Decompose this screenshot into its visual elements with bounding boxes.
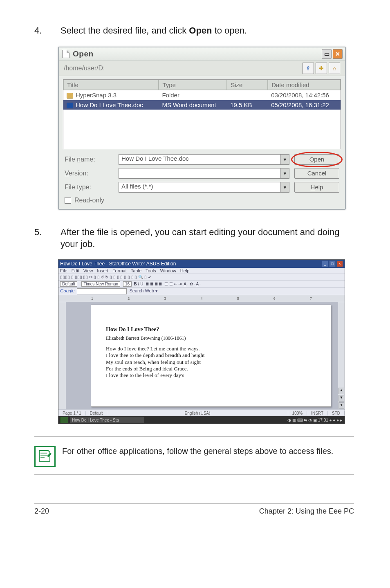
step-4: 4. Select the desired file, and click Op… <box>34 25 354 37</box>
version-label: Version: <box>65 170 114 177</box>
read-only-row: Read-only <box>59 194 345 209</box>
taskbar[interactable]: How Do I Love Thee - Sta ◑ ▦ ⌨ ⇆ ◔ ▣ 17:… <box>58 416 345 424</box>
system-tray[interactable]: ◑ ▦ ⌨ ⇆ ◔ ▣ 17:01 ● ● ● ▸ <box>285 418 345 422</box>
status-insert: INSRT <box>307 411 328 415</box>
path-row: /home/user/D: ⇪ ✚ ⌂ <box>59 61 345 76</box>
font-size-combo[interactable]: 16 <box>123 281 132 287</box>
doc-line: For the ends of Being and ideal Grace. <box>106 366 316 372</box>
dialog-titlebar: Open ▭ ✕ <box>59 47 345 61</box>
doc-line: I love thee to the level of every day's <box>106 372 316 379</box>
file-name-input[interactable]: How Do I Love Thee.doc ▼ <box>119 154 289 165</box>
file-type-input[interactable]: All files (*.*) ▼ <box>119 182 289 193</box>
footer-page-number: 2-20 <box>34 507 259 516</box>
chevron-down-icon[interactable]: ▼ <box>280 168 289 178</box>
file-name-label: File name: <box>65 156 114 163</box>
step-number: 5. <box>34 226 61 250</box>
search-web-label[interactable]: Search Web ▾ <box>129 288 157 294</box>
chevron-down-icon[interactable]: ▼ <box>280 182 289 192</box>
google-search-input[interactable] <box>77 288 127 294</box>
minimize-button[interactable]: ▭ <box>322 49 332 59</box>
file-list-header: Title Type Size Date modified <box>63 80 341 90</box>
toolbar-1[interactable]: ▯▯▯▯ ▯ ▯▯▯ ▯▯ ✂ ▯ ▯ ↺ ↻ ▯ ▯ ▯ ▯ ▯ ▯ ▯ ▯ … <box>58 274 345 281</box>
maximize-button[interactable]: □ <box>329 260 336 267</box>
doc-heading: How Do I Love Thee? <box>106 326 316 333</box>
horizontal-ruler: 1 2 3 4 5 6 7 <box>58 295 345 302</box>
google-toolbar[interactable]: Google Search Web ▾ <box>58 288 345 295</box>
menu-item[interactable]: Format <box>112 268 127 273</box>
menu-item[interactable]: Edit <box>72 268 79 273</box>
file-row[interactable]: How Do I Love Thee.doc MS Word document … <box>63 100 341 110</box>
taskbar-item[interactable]: How Do I Love Thee - Sta <box>70 417 143 423</box>
note-box: For other office applications, follow th… <box>34 442 354 475</box>
font-combo[interactable]: Times New Roman <box>81 281 120 287</box>
writer-titlebar: How Do I Love Thee - StarOffice Writer A… <box>58 260 345 268</box>
col-date[interactable]: Date modified <box>268 80 341 90</box>
document-area: How Do I Love Thee? Elizabeth Barrett Br… <box>58 302 345 409</box>
step-number: 4. <box>34 25 61 37</box>
open-button[interactable]: Open <box>294 154 339 165</box>
menu-item[interactable]: Tools <box>146 268 156 273</box>
writer-window: How Do I Love Thee - StarOffice Writer A… <box>58 259 345 424</box>
chevron-down-icon[interactable]: ▼ <box>280 155 289 164</box>
help-button[interactable]: Help <box>294 182 339 193</box>
file-type-row: File type: All files (*.*) ▼ Help <box>59 180 345 194</box>
doc-line: How do I love thee? Let me count the way… <box>106 346 316 352</box>
menu-item[interactable]: Help <box>180 268 190 273</box>
new-folder-icon[interactable]: ✚ <box>316 63 327 74</box>
folder-icon <box>67 93 73 99</box>
document-page[interactable]: How Do I Love Thee? Elizabeth Barrett Br… <box>91 305 331 407</box>
doc-line: I love thee to the depth and breadth and… <box>106 352 316 359</box>
menubar[interactable]: File Edit View Insert Format Table Tools… <box>58 268 345 274</box>
col-size[interactable]: Size <box>227 80 268 90</box>
note-icon <box>34 446 56 467</box>
status-zoom: 100% <box>288 411 307 415</box>
cancel-button[interactable]: Cancel <box>294 168 339 179</box>
up-folder-icon[interactable]: ⇪ <box>303 63 314 74</box>
note-text: For other office applications, follow th… <box>62 446 333 457</box>
read-only-checkbox[interactable] <box>65 197 71 204</box>
step-5: 5. After the file is opened, you can sta… <box>34 226 354 250</box>
menu-item[interactable]: Table <box>131 268 141 273</box>
status-style: Default <box>86 411 108 415</box>
file-row[interactable]: HyperSnap 3.3 Folder 03/20/2008, 14:42:5… <box>63 90 341 100</box>
google-logo-icon: Google <box>60 288 74 294</box>
vertical-ruler <box>58 302 66 409</box>
file-list[interactable]: Title Type Size Date modified HyperSnap … <box>63 79 341 149</box>
step-text: Select the desired file, and click Open … <box>61 25 354 37</box>
vertical-scrollbar[interactable]: ▲ ▼ ▾ <box>338 302 345 409</box>
open-dialog: Open ▭ ✕ /home/user/D: ⇪ ✚ ⌂ Title Type … <box>58 47 346 210</box>
home-icon[interactable]: ⌂ <box>329 63 340 74</box>
dialog-title: Open <box>73 49 321 58</box>
style-combo[interactable]: Default <box>60 281 77 287</box>
file-name-row: File name: How Do I Love Thee.doc ▼ Open <box>59 153 345 166</box>
file-type-label: File type: <box>65 184 114 191</box>
menu-item[interactable]: File <box>60 268 67 273</box>
menu-item[interactable]: Window <box>160 268 176 273</box>
close-button[interactable]: ✕ <box>333 49 343 59</box>
version-input[interactable]: ▼ <box>119 168 289 179</box>
document-icon <box>62 50 69 58</box>
doc-author: Elizabeth Barrett Browning (1806-1861) <box>106 335 316 341</box>
status-std: STD <box>328 411 345 415</box>
path-text: /home/user/D: <box>64 65 301 72</box>
minimize-button[interactable]: _ <box>322 260 328 267</box>
page-footer: 2-20 Chapter 2: Using the Eee PC <box>34 507 354 516</box>
col-title[interactable]: Title <box>63 80 159 90</box>
toolbar-2[interactable]: Default Times New Roman 16 B I U ≣ ≣ ≣ ≣… <box>58 281 345 288</box>
version-row: Version: ▼ Cancel <box>59 166 345 180</box>
start-button-icon[interactable] <box>60 417 68 423</box>
word-doc-icon <box>67 103 73 108</box>
status-page: Page 1 / 1 <box>58 411 86 415</box>
doc-line: My soul can reach, when feeling out of s… <box>106 359 316 366</box>
menu-item[interactable]: View <box>83 268 93 273</box>
close-button[interactable]: × <box>336 260 343 267</box>
step-text: After the file is opened, you can start … <box>61 226 354 250</box>
status-bar: Page 1 / 1 Default English (USA) 100% IN… <box>58 409 345 416</box>
menu-item[interactable]: Insert <box>97 268 108 273</box>
status-lang: English (USA) <box>107 411 288 415</box>
footer-chapter: Chapter 2: Using the Eee PC <box>259 507 354 516</box>
col-type[interactable]: Type <box>159 80 227 90</box>
